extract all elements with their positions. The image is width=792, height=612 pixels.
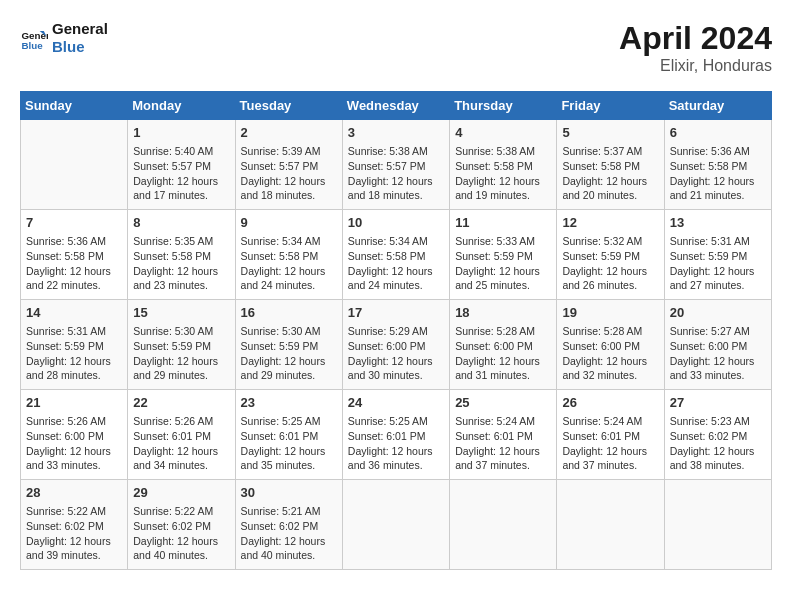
calendar-day-cell: 2Sunrise: 5:39 AM Sunset: 5:57 PM Daylig… xyxy=(235,120,342,210)
calendar-day-cell: 29Sunrise: 5:22 AM Sunset: 6:02 PM Dayli… xyxy=(128,480,235,570)
title-block: April 2024 Elixir, Honduras xyxy=(619,20,772,75)
day-info: Sunrise: 5:26 AM Sunset: 6:00 PM Dayligh… xyxy=(26,414,122,473)
calendar-header: SundayMondayTuesdayWednesdayThursdayFrid… xyxy=(21,92,772,120)
calendar-week-row: 14Sunrise: 5:31 AM Sunset: 5:59 PM Dayli… xyxy=(21,300,772,390)
calendar-day-cell: 13Sunrise: 5:31 AM Sunset: 5:59 PM Dayli… xyxy=(664,210,771,300)
day-number: 9 xyxy=(241,214,337,232)
weekday-header: Sunday xyxy=(21,92,128,120)
day-number: 25 xyxy=(455,394,551,412)
day-number: 15 xyxy=(133,304,229,322)
day-number: 1 xyxy=(133,124,229,142)
weekday-header: Wednesday xyxy=(342,92,449,120)
day-info: Sunrise: 5:21 AM Sunset: 6:02 PM Dayligh… xyxy=(241,504,337,563)
calendar-day-cell: 11Sunrise: 5:33 AM Sunset: 5:59 PM Dayli… xyxy=(450,210,557,300)
calendar-day-cell: 30Sunrise: 5:21 AM Sunset: 6:02 PM Dayli… xyxy=(235,480,342,570)
day-number: 21 xyxy=(26,394,122,412)
day-number: 16 xyxy=(241,304,337,322)
calendar-day-cell: 8Sunrise: 5:35 AM Sunset: 5:58 PM Daylig… xyxy=(128,210,235,300)
day-info: Sunrise: 5:24 AM Sunset: 6:01 PM Dayligh… xyxy=(455,414,551,473)
day-info: Sunrise: 5:25 AM Sunset: 6:01 PM Dayligh… xyxy=(348,414,444,473)
day-info: Sunrise: 5:24 AM Sunset: 6:01 PM Dayligh… xyxy=(562,414,658,473)
day-info: Sunrise: 5:30 AM Sunset: 5:59 PM Dayligh… xyxy=(241,324,337,383)
day-info: Sunrise: 5:22 AM Sunset: 6:02 PM Dayligh… xyxy=(26,504,122,563)
calendar-day-cell: 1Sunrise: 5:40 AM Sunset: 5:57 PM Daylig… xyxy=(128,120,235,210)
day-info: Sunrise: 5:34 AM Sunset: 5:58 PM Dayligh… xyxy=(241,234,337,293)
calendar-day-cell xyxy=(557,480,664,570)
day-info: Sunrise: 5:31 AM Sunset: 5:59 PM Dayligh… xyxy=(26,324,122,383)
day-info: Sunrise: 5:26 AM Sunset: 6:01 PM Dayligh… xyxy=(133,414,229,473)
day-number: 11 xyxy=(455,214,551,232)
day-number: 3 xyxy=(348,124,444,142)
day-info: Sunrise: 5:36 AM Sunset: 5:58 PM Dayligh… xyxy=(670,144,766,203)
day-number: 14 xyxy=(26,304,122,322)
logo-line1: General xyxy=(52,20,108,38)
day-number: 28 xyxy=(26,484,122,502)
day-info: Sunrise: 5:30 AM Sunset: 5:59 PM Dayligh… xyxy=(133,324,229,383)
calendar-day-cell: 18Sunrise: 5:28 AM Sunset: 6:00 PM Dayli… xyxy=(450,300,557,390)
day-info: Sunrise: 5:40 AM Sunset: 5:57 PM Dayligh… xyxy=(133,144,229,203)
weekday-header: Saturday xyxy=(664,92,771,120)
day-number: 10 xyxy=(348,214,444,232)
svg-text:Blue: Blue xyxy=(21,40,43,51)
day-number: 6 xyxy=(670,124,766,142)
calendar-day-cell: 7Sunrise: 5:36 AM Sunset: 5:58 PM Daylig… xyxy=(21,210,128,300)
day-number: 29 xyxy=(133,484,229,502)
calendar-day-cell: 12Sunrise: 5:32 AM Sunset: 5:59 PM Dayli… xyxy=(557,210,664,300)
day-info: Sunrise: 5:22 AM Sunset: 6:02 PM Dayligh… xyxy=(133,504,229,563)
day-number: 12 xyxy=(562,214,658,232)
calendar-day-cell xyxy=(664,480,771,570)
day-number: 5 xyxy=(562,124,658,142)
day-number: 13 xyxy=(670,214,766,232)
day-number: 17 xyxy=(348,304,444,322)
logo: General Blue General Blue xyxy=(20,20,108,56)
day-number: 8 xyxy=(133,214,229,232)
logo-line2: Blue xyxy=(52,38,108,56)
day-number: 30 xyxy=(241,484,337,502)
calendar-day-cell: 6Sunrise: 5:36 AM Sunset: 5:58 PM Daylig… xyxy=(664,120,771,210)
calendar-day-cell: 15Sunrise: 5:30 AM Sunset: 5:59 PM Dayli… xyxy=(128,300,235,390)
calendar-week-row: 7Sunrise: 5:36 AM Sunset: 5:58 PM Daylig… xyxy=(21,210,772,300)
day-info: Sunrise: 5:25 AM Sunset: 6:01 PM Dayligh… xyxy=(241,414,337,473)
calendar-day-cell: 20Sunrise: 5:27 AM Sunset: 6:00 PM Dayli… xyxy=(664,300,771,390)
day-number: 4 xyxy=(455,124,551,142)
day-info: Sunrise: 5:28 AM Sunset: 6:00 PM Dayligh… xyxy=(562,324,658,383)
day-number: 24 xyxy=(348,394,444,412)
day-info: Sunrise: 5:37 AM Sunset: 5:58 PM Dayligh… xyxy=(562,144,658,203)
calendar-day-cell: 4Sunrise: 5:38 AM Sunset: 5:58 PM Daylig… xyxy=(450,120,557,210)
day-info: Sunrise: 5:39 AM Sunset: 5:57 PM Dayligh… xyxy=(241,144,337,203)
weekday-header: Friday xyxy=(557,92,664,120)
day-number: 18 xyxy=(455,304,551,322)
day-number: 20 xyxy=(670,304,766,322)
day-number: 27 xyxy=(670,394,766,412)
day-info: Sunrise: 5:38 AM Sunset: 5:57 PM Dayligh… xyxy=(348,144,444,203)
calendar-day-cell xyxy=(342,480,449,570)
day-info: Sunrise: 5:36 AM Sunset: 5:58 PM Dayligh… xyxy=(26,234,122,293)
location-subtitle: Elixir, Honduras xyxy=(619,57,772,75)
day-info: Sunrise: 5:34 AM Sunset: 5:58 PM Dayligh… xyxy=(348,234,444,293)
calendar-day-cell: 17Sunrise: 5:29 AM Sunset: 6:00 PM Dayli… xyxy=(342,300,449,390)
page-header: General Blue General Blue April 2024 Eli… xyxy=(20,20,772,75)
calendar-week-row: 28Sunrise: 5:22 AM Sunset: 6:02 PM Dayli… xyxy=(21,480,772,570)
day-info: Sunrise: 5:35 AM Sunset: 5:58 PM Dayligh… xyxy=(133,234,229,293)
day-number: 22 xyxy=(133,394,229,412)
month-title: April 2024 xyxy=(619,20,772,57)
calendar-day-cell: 23Sunrise: 5:25 AM Sunset: 6:01 PM Dayli… xyxy=(235,390,342,480)
calendar-day-cell: 16Sunrise: 5:30 AM Sunset: 5:59 PM Dayli… xyxy=(235,300,342,390)
calendar-day-cell xyxy=(21,120,128,210)
calendar-day-cell: 5Sunrise: 5:37 AM Sunset: 5:58 PM Daylig… xyxy=(557,120,664,210)
calendar-day-cell: 10Sunrise: 5:34 AM Sunset: 5:58 PM Dayli… xyxy=(342,210,449,300)
logo-icon: General Blue xyxy=(20,24,48,52)
calendar-day-cell: 19Sunrise: 5:28 AM Sunset: 6:00 PM Dayli… xyxy=(557,300,664,390)
calendar-day-cell: 28Sunrise: 5:22 AM Sunset: 6:02 PM Dayli… xyxy=(21,480,128,570)
calendar-day-cell: 3Sunrise: 5:38 AM Sunset: 5:57 PM Daylig… xyxy=(342,120,449,210)
calendar-week-row: 21Sunrise: 5:26 AM Sunset: 6:00 PM Dayli… xyxy=(21,390,772,480)
day-number: 2 xyxy=(241,124,337,142)
calendar-day-cell: 25Sunrise: 5:24 AM Sunset: 6:01 PM Dayli… xyxy=(450,390,557,480)
calendar-day-cell: 27Sunrise: 5:23 AM Sunset: 6:02 PM Dayli… xyxy=(664,390,771,480)
calendar-table: SundayMondayTuesdayWednesdayThursdayFrid… xyxy=(20,91,772,570)
calendar-day-cell: 14Sunrise: 5:31 AM Sunset: 5:59 PM Dayli… xyxy=(21,300,128,390)
day-info: Sunrise: 5:28 AM Sunset: 6:00 PM Dayligh… xyxy=(455,324,551,383)
day-number: 23 xyxy=(241,394,337,412)
weekday-header: Thursday xyxy=(450,92,557,120)
day-info: Sunrise: 5:27 AM Sunset: 6:00 PM Dayligh… xyxy=(670,324,766,383)
